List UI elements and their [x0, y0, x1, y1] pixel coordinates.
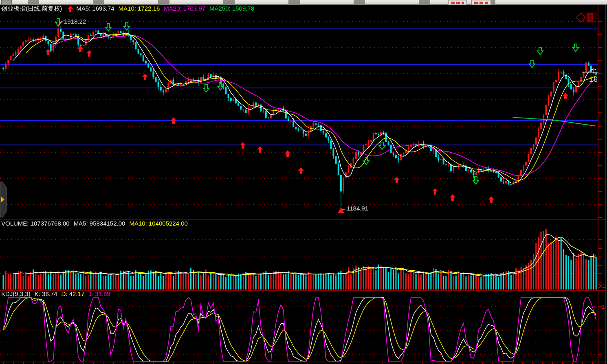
kdj-k-value: K: 38.74	[35, 291, 57, 297]
menu-items-clipped	[12, 0, 501, 4]
ma10-value: MA10: 1722.16	[119, 5, 160, 12]
kdj-label-row: KDJ(9,3,3) K: 38.74 D: 42.17 J: 31.89	[1, 291, 114, 297]
kdj-indicator-label: KDJ(9,3,3)	[1, 291, 31, 297]
chart-title-row: 创业板指(日线.前复权) MA5: 1693.74 MA10: 1722.16 …	[1, 5, 258, 12]
split-window-icon[interactable]	[587, 13, 596, 22]
expand-arrow-icon	[1, 197, 4, 202]
high-price-annotation: 1918.22	[64, 18, 86, 25]
ma250-value: MA250: 1509.78	[209, 5, 254, 12]
low-price-annotation: ←1184.91	[341, 205, 368, 212]
chart-canvas[interactable]	[0, 0, 607, 364]
app-icon	[1, 0, 12, 5]
volume-ma10-value: MA10: 104005224.00	[129, 220, 187, 227]
up-arrow-icon	[68, 6, 73, 12]
menu-bar[interactable]	[0, 0, 607, 5]
kdj-axis-label-partial: 1	[602, 304, 605, 310]
menubar-button-2[interactable]	[471, 0, 491, 5]
ma20-value: MA20: 1703.97	[164, 5, 205, 12]
trading-app-window: 创业板指(日线.前复权) MA5: 1693.74 MA10: 1722.16 …	[0, 0, 607, 364]
last-price-label-partial: 16	[589, 75, 598, 84]
instrument-title: 创业板指(日线.前复权)	[1, 5, 62, 12]
menubar-button-1[interactable]	[448, 0, 467, 5]
ma5-value: MA5: 1693.74	[76, 5, 114, 12]
sidebar-expand-handle[interactable]	[0, 182, 7, 217]
volume-ma5-value: MA5: 95834152.00	[74, 220, 125, 227]
kdj-d-value: D: 42.17	[62, 291, 85, 297]
kdj-j-value: J: 31.89	[88, 291, 110, 297]
volume-axis-unit: X1	[599, 283, 605, 289]
volume-label-row: VOLUME: 107376768.00 MA5: 95834152.00 MA…	[1, 220, 192, 227]
volume-value: VOLUME: 107376768.00	[1, 220, 70, 227]
